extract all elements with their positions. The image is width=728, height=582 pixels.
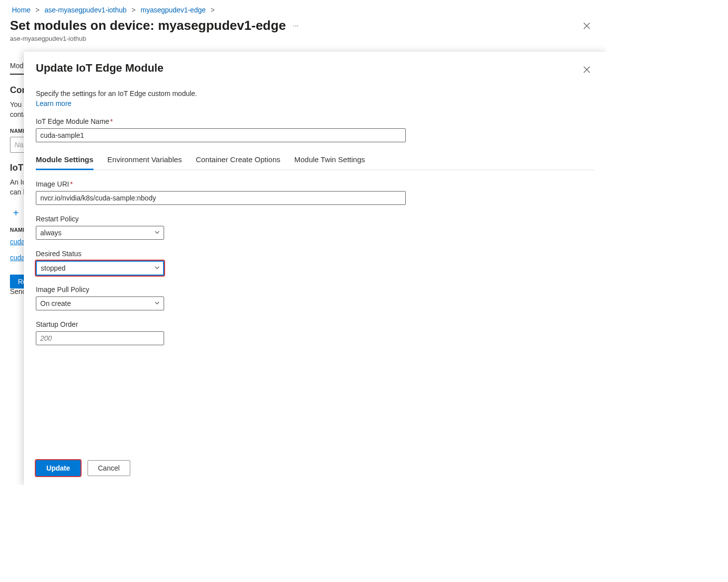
blade-tabs: Module Settings Environment Variables Co… [36, 152, 595, 170]
breadcrumb: Home > ase-myasegpudev1-iothub > myasegp… [0, 0, 607, 17]
update-module-blade: Update IoT Edge Module Specify the setti… [24, 52, 607, 485]
breadcrumb-home[interactable]: Home [12, 6, 30, 14]
startup-order-input[interactable] [36, 331, 164, 345]
tab-module-twin-settings[interactable]: Module Twin Settings [294, 152, 365, 170]
plus-icon: + [10, 207, 22, 219]
breadcrumb-iothub[interactable]: ase-myasegpudev1-iothub [45, 6, 127, 14]
page-subtitle: ase-myasegpudev1-iothub [0, 34, 607, 42]
ellipsis-icon[interactable]: ··· [293, 21, 299, 29]
image-pull-policy-label: Image Pull Policy [36, 286, 595, 293]
learn-more-link[interactable]: Learn more [36, 99, 72, 107]
restart-policy-label: Restart Policy [36, 215, 595, 223]
breadcrumb-device[interactable]: myasegpudev1-edge [141, 6, 206, 14]
blade-intro: Specify the settings for an IoT Edge cus… [36, 90, 595, 97]
tab-container-create-options[interactable]: Container Create Options [196, 152, 280, 170]
breadcrumb-sep: > [211, 6, 215, 14]
image-pull-policy-select[interactable]: On create [36, 296, 164, 310]
image-uri-label: Image URI* [36, 180, 595, 188]
module-name-label: IoT Edge Module Name* [36, 117, 595, 125]
close-icon [583, 66, 590, 73]
tab-module-settings[interactable]: Module Settings [36, 152, 93, 170]
blade-footer: Update Cancel [24, 453, 607, 485]
desired-status-select[interactable]: stopped [36, 261, 164, 276]
cancel-button[interactable]: Cancel [88, 460, 130, 476]
restart-policy-select[interactable]: always [36, 226, 164, 240]
close-page-button[interactable] [579, 18, 595, 34]
startup-order-label: Startup Order [36, 320, 595, 328]
breadcrumb-sep: > [35, 6, 39, 14]
module-name-input[interactable] [36, 128, 406, 142]
desired-status-label: Desired Status [36, 250, 595, 258]
update-button[interactable]: Update [36, 460, 81, 476]
close-blade-button[interactable] [579, 62, 595, 78]
blade-title: Update IoT Edge Module [36, 62, 164, 75]
page-title: Set modules on device: myasegpudev1-edge [10, 18, 286, 33]
close-icon [583, 22, 590, 29]
tab-environment-variables[interactable]: Environment Variables [107, 152, 182, 170]
breadcrumb-sep: > [132, 6, 136, 14]
image-uri-input[interactable] [36, 191, 406, 205]
